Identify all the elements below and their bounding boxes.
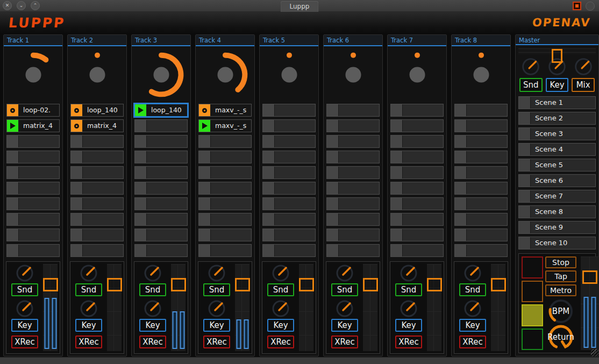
crossfader[interactable]	[518, 48, 596, 54]
clip-slot[interactable]	[134, 119, 188, 132]
clip-state-icon[interactable]	[455, 229, 467, 241]
clip-state-icon[interactable]	[391, 198, 403, 210]
clip-slot[interactable]	[326, 229, 380, 241]
clip-state-icon[interactable]	[391, 151, 403, 163]
send-knob[interactable]	[76, 264, 101, 283]
tap-button[interactable]: Tap	[545, 270, 576, 282]
fader-handle[interactable]	[235, 278, 250, 291]
clip-state-icon[interactable]	[455, 151, 467, 163]
clip-state-icon[interactable]	[327, 120, 339, 132]
clip-slot[interactable]	[262, 244, 316, 257]
clip-slot[interactable]	[6, 151, 60, 163]
key-button[interactable]: Key	[11, 319, 38, 332]
clip-slot[interactable]	[326, 244, 380, 257]
clip-slot[interactable]	[198, 229, 252, 241]
record-pad[interactable]	[522, 256, 543, 279]
clip-state-icon[interactable]	[327, 151, 339, 163]
clip-slot[interactable]	[390, 135, 444, 148]
key-button[interactable]: Key	[459, 319, 486, 332]
clip-slot[interactable]	[6, 244, 60, 257]
scene-launch-icon[interactable]	[519, 190, 531, 202]
clip-slot[interactable]	[390, 213, 444, 226]
clip-state-icon[interactable]	[263, 229, 275, 241]
clip-slot[interactable]	[454, 151, 508, 163]
clip-slot[interactable]: maxv_-_s	[198, 119, 252, 132]
key-button[interactable]: Key	[75, 319, 102, 332]
clip-slot[interactable]	[70, 229, 124, 241]
volume-fader[interactable]	[299, 264, 313, 351]
clip-state-icon[interactable]	[391, 229, 403, 241]
clip-state-icon[interactable]	[135, 120, 147, 132]
scene-button[interactable]: Scene 4	[518, 143, 596, 156]
send-knob[interactable]	[268, 264, 293, 283]
xrec-button[interactable]: XRec	[139, 336, 166, 348]
clip-state-icon[interactable]	[7, 182, 19, 194]
clip-slot[interactable]	[70, 182, 124, 195]
send-button[interactable]: Snd	[459, 283, 486, 296]
clip-state-icon[interactable]	[263, 120, 275, 132]
scene-button[interactable]: Scene 8	[518, 205, 596, 218]
clip-slot[interactable]	[390, 151, 444, 163]
send-button[interactable]: Snd	[139, 283, 166, 296]
bpm-dial[interactable]: BPM	[546, 298, 575, 324]
clip-slot[interactable]: matrix_4	[6, 119, 60, 132]
send-button[interactable]: Snd	[11, 283, 38, 296]
xrec-button[interactable]: XRec	[267, 336, 294, 348]
clip-slot[interactable]	[262, 151, 316, 163]
clip-slot[interactable]	[6, 166, 60, 179]
clip-slot[interactable]	[262, 213, 316, 226]
tray-circle-button[interactable]	[586, 2, 595, 11]
clip-state-icon[interactable]	[455, 135, 467, 147]
clip-state-icon[interactable]	[263, 135, 275, 147]
send-knob[interactable]	[140, 264, 165, 283]
clip-slot[interactable]	[454, 182, 508, 195]
key-knob[interactable]	[76, 299, 101, 318]
clip-state-icon[interactable]	[135, 104, 147, 116]
scene-launch-icon[interactable]	[519, 97, 531, 109]
clip-slot[interactable]	[326, 151, 380, 163]
clip-state-icon[interactable]	[327, 135, 339, 147]
clip-slot[interactable]	[326, 213, 380, 226]
fader-handle[interactable]	[363, 278, 378, 291]
key-knob[interactable]	[332, 299, 357, 318]
clip-state-icon[interactable]	[71, 167, 83, 179]
key-knob[interactable]	[140, 299, 165, 318]
scene-button[interactable]: Scene 3	[518, 127, 596, 140]
active-pad[interactable]	[522, 304, 543, 326]
clip-slot[interactable]	[134, 151, 188, 163]
clip-slot[interactable]	[134, 166, 188, 179]
key-knob[interactable]	[12, 299, 37, 318]
clip-state-icon[interactable]	[7, 198, 19, 210]
loop-progress-dial[interactable]	[132, 46, 190, 103]
crossfader-handle[interactable]	[552, 49, 562, 63]
clip-slot[interactable]	[454, 119, 508, 132]
xrec-button[interactable]: XRec	[203, 336, 230, 348]
send-knob[interactable]	[12, 264, 37, 283]
key-knob[interactable]	[396, 299, 421, 318]
resize-grip[interactable]	[591, 349, 598, 356]
clip-slot[interactable]: loop-02.	[6, 104, 60, 117]
clip-state-icon[interactable]	[199, 120, 211, 132]
clip-slot[interactable]	[70, 213, 124, 226]
clip-slot[interactable]	[326, 182, 380, 195]
scene-button[interactable]: Scene 7	[518, 190, 596, 203]
clip-state-icon[interactable]	[71, 151, 83, 163]
clip-slot[interactable]	[454, 244, 508, 257]
clip-state-icon[interactable]	[391, 104, 403, 116]
clip-state-icon[interactable]	[263, 151, 275, 163]
key-knob[interactable]	[268, 299, 293, 318]
send-button[interactable]: Snd	[331, 283, 358, 296]
clip-state-icon[interactable]	[391, 213, 403, 225]
scene-launch-icon[interactable]	[519, 112, 531, 124]
clip-state-icon[interactable]	[71, 120, 83, 132]
volume-fader[interactable]	[427, 264, 441, 351]
scene-launch-icon[interactable]	[519, 175, 531, 187]
clip-slot[interactable]	[198, 182, 252, 195]
xrec-button[interactable]: XRec	[75, 336, 102, 348]
scene-launch-icon[interactable]	[519, 206, 531, 218]
clip-state-icon[interactable]	[135, 151, 147, 163]
clip-state-icon[interactable]	[135, 229, 147, 241]
volume-fader[interactable]	[235, 264, 249, 351]
clip-slot[interactable]	[390, 119, 444, 132]
clip-slot[interactable]	[390, 197, 444, 210]
